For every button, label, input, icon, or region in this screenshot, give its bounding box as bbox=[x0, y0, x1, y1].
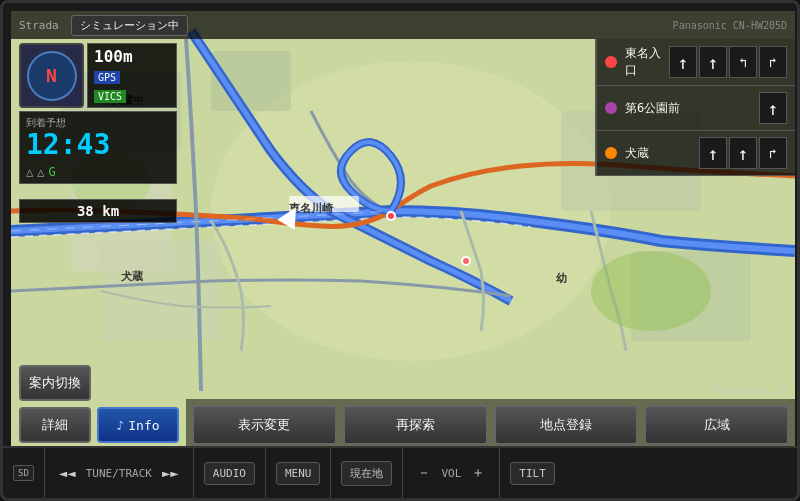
eta-icon-triangle2: △ bbox=[37, 165, 44, 179]
sd-section: SD bbox=[3, 448, 45, 498]
eta-time: 12:43 bbox=[26, 130, 170, 161]
compass-north-label: N bbox=[46, 65, 57, 86]
register-point-button[interactable]: 地点登録 bbox=[494, 405, 639, 445]
turn-name-1: 東名入口 bbox=[625, 45, 661, 79]
audio-section[interactable]: AUDIO bbox=[194, 448, 266, 498]
distance-value: 100m bbox=[94, 47, 170, 66]
info-button-label: Info bbox=[128, 418, 159, 433]
gps-badge: GPS bbox=[94, 71, 120, 84]
turn-arrows-2: ↑ bbox=[759, 92, 787, 124]
simulation-badge: シミュレーション中 bbox=[71, 15, 188, 36]
audio-button[interactable]: AUDIO bbox=[204, 462, 255, 485]
menu-section[interactable]: MENU bbox=[266, 448, 332, 498]
turn-arrows-3: ↑ ↑ ↱ bbox=[699, 137, 787, 169]
device-model-label: Panasonic CN-HW205D bbox=[673, 20, 787, 31]
turn-pin-2 bbox=[605, 102, 617, 114]
info-button[interactable]: ♪ Info bbox=[97, 407, 179, 443]
next-track-button[interactable]: ►► bbox=[158, 465, 183, 481]
display-change-button[interactable]: 表示変更 bbox=[192, 405, 337, 445]
poi-marker-2 bbox=[456, 251, 476, 271]
turn-pin-3 bbox=[605, 147, 617, 159]
vol-plus-button[interactable]: ＋ bbox=[467, 464, 489, 482]
turn-name-2: 第6公園前 bbox=[625, 100, 751, 117]
control-bar: SD ◄◄ TUNE/TRACK ►► AUDIO MENU 現在地 － VOL… bbox=[3, 446, 800, 498]
music-note-icon: ♪ bbox=[116, 418, 124, 433]
poi-marker-1 bbox=[381, 206, 401, 226]
menu-button[interactable]: MENU bbox=[276, 462, 321, 485]
watermark: Response.jp bbox=[714, 383, 787, 396]
turn-item-2: 第6公園前 ↑ bbox=[597, 86, 795, 131]
vics-badge: VICS bbox=[94, 90, 126, 103]
vol-minus-button[interactable]: － bbox=[413, 464, 435, 482]
eta-icon-triangle1: △ bbox=[26, 165, 33, 179]
prev-track-button[interactable]: ◄◄ bbox=[55, 465, 80, 481]
genzaichi-section[interactable]: 現在地 bbox=[331, 448, 403, 498]
distance-box: 100m GPS VICS bbox=[87, 43, 177, 108]
vol-section[interactable]: － VOL ＋ bbox=[403, 448, 500, 498]
wide-view-button[interactable]: 広域 bbox=[644, 405, 789, 445]
top-bar: Strada シミュレーション中 Panasonic CN-HW205D bbox=[11, 11, 795, 39]
turn-arrows-1: ↑ ↑ ↰ ↱ bbox=[669, 46, 787, 78]
detail-button[interactable]: 詳細 bbox=[19, 407, 91, 443]
vol-label: VOL bbox=[435, 467, 467, 480]
turn-pin-1 bbox=[605, 56, 617, 68]
navigation-screen: 大蔵中 東名川崎 犬蔵 幼 Strada シミュレーション中 Panasonic… bbox=[11, 11, 795, 451]
compass-inner: N bbox=[27, 51, 77, 101]
sd-badge: SD bbox=[13, 465, 34, 481]
tilt-section[interactable]: TILT bbox=[500, 448, 565, 498]
re-search-button[interactable]: 再探索 bbox=[343, 405, 488, 445]
map-label-inukura: 犬蔵 bbox=[121, 269, 143, 284]
brand-logo: Strada bbox=[19, 19, 59, 32]
annai-button[interactable]: 案内切換 bbox=[19, 365, 91, 401]
eta-panel: 到着予想 12:43 △ △ G bbox=[19, 111, 177, 184]
eta-icon-g: G bbox=[48, 165, 55, 179]
svg-rect-8 bbox=[101, 241, 221, 341]
svg-point-9 bbox=[591, 251, 711, 331]
map-label-yochien: 幼 bbox=[556, 271, 567, 286]
turn-item-1: 東名入口 ↑ ↑ ↰ ↱ bbox=[597, 39, 795, 86]
device-frame: 大蔵中 東名川崎 犬蔵 幼 Strada シミュレーション中 Panasonic… bbox=[0, 0, 800, 501]
genzaichi-button[interactable]: 現在地 bbox=[341, 461, 392, 486]
bottom-buttons: 表示変更 再探索 地点登録 広域 bbox=[186, 399, 795, 451]
turn-directions-panel: 東名入口 ↑ ↑ ↰ ↱ 第6公園前 ↑ 犬蔵 bbox=[595, 39, 795, 176]
tilt-button[interactable]: TILT bbox=[510, 462, 555, 485]
compass-widget[interactable]: N bbox=[19, 43, 84, 108]
tune-track-label: TUNE/TRACK bbox=[80, 467, 158, 480]
turn-item-3: 犬蔵 ↑ ↑ ↱ bbox=[597, 131, 795, 176]
turn-name-3: 犬蔵 bbox=[625, 145, 691, 162]
track-section[interactable]: ◄◄ TUNE/TRACK ►► bbox=[45, 448, 194, 498]
distance-remain: 38 km bbox=[19, 199, 177, 223]
